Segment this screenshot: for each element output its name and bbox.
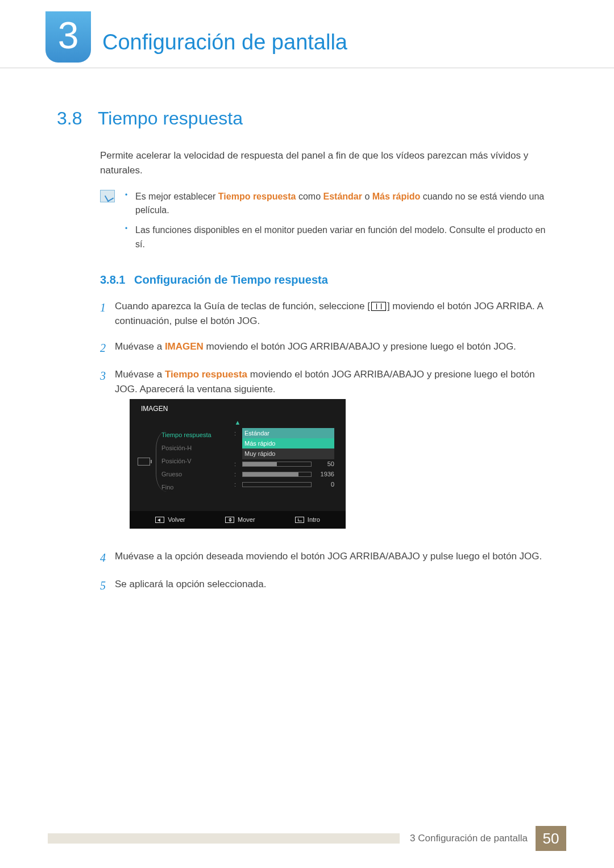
- osd-footer: Volver Mover Intro: [130, 511, 346, 529]
- highlight-term: Tiempo respuesta: [218, 192, 296, 201]
- osd-option-highlighted: Más rápido: [242, 438, 334, 449]
- osd-arrow-up-icon: ▲: [130, 418, 346, 427]
- osd-value: 50: [316, 459, 334, 469]
- back-icon: [155, 517, 164, 523]
- subsection-heading: 3.8.1Configuración de Tiempo respuesta: [100, 273, 557, 286]
- step-number: 4: [100, 549, 115, 567]
- osd-menu-item: Fino: [161, 481, 234, 494]
- section-intro: Permite acelerar la velocidad de respues…: [100, 148, 557, 178]
- step-item: 1 Cuando aparezca la Guía de teclas de f…: [100, 299, 557, 329]
- step-item: 3 Muévase a Tiempo respuesta moviendo el…: [100, 367, 557, 539]
- note-icon: [100, 190, 115, 202]
- chapter-number-badge: 3: [45, 11, 91, 63]
- section-number: 3.8: [57, 108, 98, 129]
- footer-bar: [48, 833, 400, 844]
- osd-value: 0: [316, 480, 334, 489]
- page-number: 50: [536, 826, 566, 851]
- osd-menu-item: Posición-H: [161, 442, 234, 455]
- subsection-title: Configuración de Tiempo respuesta: [134, 273, 328, 286]
- step-item: 5 Se aplicará la opción seleccionada.: [100, 577, 557, 595]
- osd-menu-item: Posición-V: [161, 455, 234, 468]
- step-item: 2 Muévase a IMAGEN moviendo el botón JOG…: [100, 339, 557, 357]
- battery-icon: [138, 458, 150, 466]
- subsection-number: 3.8.1: [100, 273, 134, 286]
- highlight-term: Tiempo respuesta: [165, 369, 247, 380]
- osd-slider: [242, 482, 312, 487]
- chapter-header: 3 Configuración de pantalla: [0, 0, 614, 68]
- note-block: Es mejor establecer Tiempo respuesta com…: [100, 190, 557, 258]
- osd-side-icon: [133, 429, 155, 494]
- step-number: 5: [100, 577, 115, 595]
- chapter-title: Configuración de pantalla: [102, 11, 347, 68]
- move-icon: [225, 517, 234, 523]
- section-title: Tiempo respuesta: [98, 108, 243, 128]
- osd-menu-item-active: Tiempo respuesta: [161, 429, 234, 442]
- step-item: 4 Muévase a la opción deseada moviendo e…: [100, 549, 557, 567]
- menu-icon: [371, 302, 386, 311]
- page-footer: 3 Configuración de pantalla 50: [0, 826, 614, 851]
- osd-option-selected: Estándar: [242, 428, 334, 439]
- note-item: Es mejor establecer Tiempo respuesta com…: [125, 190, 557, 218]
- step-number: 1: [100, 299, 115, 329]
- osd-screenshot: IMAGEN ▲ Tiempo respuesta Posición-H Pos…: [130, 399, 346, 529]
- osd-menu-item: Grueso: [161, 468, 234, 481]
- footer-chapter-label: 3 Configuración de pantalla: [410, 833, 528, 844]
- note-item: Las funciones disponibles en el monitor …: [125, 223, 557, 252]
- highlight-term: Estándar: [323, 192, 362, 201]
- highlight-term: IMAGEN: [165, 341, 204, 352]
- osd-title: IMAGEN: [130, 402, 346, 418]
- step-number: 3: [100, 367, 115, 539]
- highlight-term: Más rápido: [372, 192, 420, 201]
- osd-value: 1936: [316, 470, 334, 479]
- osd-slider: [242, 472, 312, 477]
- osd-slider: [242, 462, 312, 467]
- step-number: 2: [100, 339, 115, 357]
- enter-icon: [295, 517, 304, 523]
- section-heading: 3.8Tiempo respuesta: [57, 108, 557, 129]
- osd-option: Muy rápido: [242, 448, 334, 459]
